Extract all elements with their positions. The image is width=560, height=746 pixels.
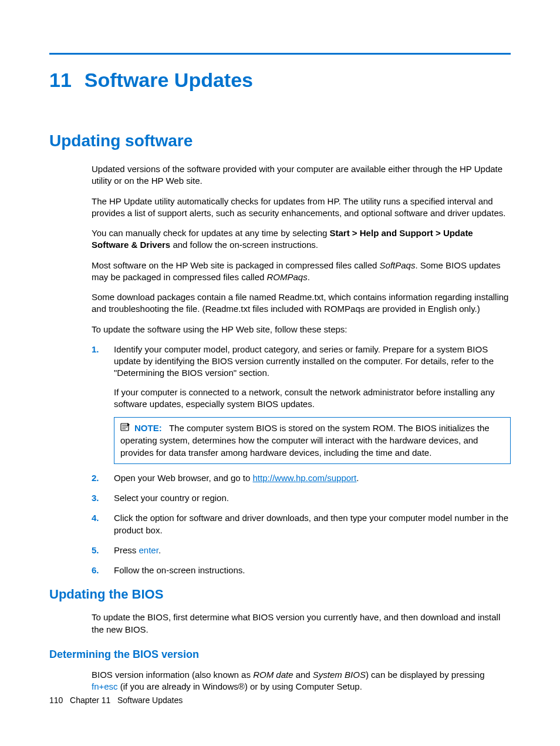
text: Most software on the HP Web site is pack… <box>92 260 380 270</box>
text: . <box>308 272 310 282</box>
chapter-title: 11Software Updates <box>49 69 511 92</box>
step-number: 2. <box>92 472 99 484</box>
page-number: 110 <box>49 695 63 705</box>
step-2: 2. Open your Web browser, and go to http… <box>92 472 511 484</box>
page-footer: 110 Chapter 11 Software Updates <box>49 695 183 705</box>
step-5: 5. Press enter. <box>92 545 511 556</box>
support-link[interactable]: http://www.hp.com/support <box>253 473 357 483</box>
note-text: The computer system BIOS is stored on th… <box>120 423 490 458</box>
paragraph: BIOS version information (also known as … <box>92 669 511 693</box>
term-rom-date: ROM date <box>253 670 293 680</box>
step-text: Follow the on-screen instructions. <box>114 565 245 575</box>
step-3: 3. Select your country or region. <box>92 492 511 504</box>
note-label: NOTE: <box>134 423 162 433</box>
step-text: Open your Web browser, and go to <box>114 473 253 483</box>
text: (if you are already in Windows®) or by u… <box>118 681 362 691</box>
step-text: If your computer is connected to a netwo… <box>114 387 511 411</box>
paragraph: You can manually check for updates at an… <box>92 227 511 251</box>
step-text: Select your country or region. <box>114 493 229 503</box>
paragraph: The HP Update utility automatically chec… <box>92 196 511 220</box>
paragraph: To update the software using the HP Web … <box>92 324 511 335</box>
text: You can manually check for updates at an… <box>92 228 330 238</box>
step-number: 4. <box>92 512 99 524</box>
step-6: 6. Follow the on-screen instructions. <box>92 564 511 576</box>
step-number: 1. <box>92 344 99 355</box>
step-number: 3. <box>92 492 99 504</box>
steps-list: 1. Identify your computer model, product… <box>49 344 511 577</box>
section-heading-determining-bios-version: Determining the BIOS version <box>49 648 511 661</box>
step-text: Click the option for software and driver… <box>114 513 508 535</box>
section-heading-updating-software: Updating software <box>49 132 511 150</box>
paragraph: Some download packages contain a file na… <box>92 291 511 315</box>
paragraph: Most software on the HP Web site is pack… <box>92 260 511 284</box>
step-text: . <box>356 473 359 483</box>
text: and follow the on-screen instructions. <box>170 240 318 250</box>
step-4: 4. Click the option for software and dri… <box>92 512 511 536</box>
note-box: NOTE: The computer system BIOS is stored… <box>114 417 511 464</box>
section-body: Updated versions of the software provide… <box>49 163 511 335</box>
term-system-bios: System BIOS <box>313 670 366 680</box>
paragraph: Updated versions of the software provide… <box>92 163 511 187</box>
section-body: To update the BIOS, first determine what… <box>49 611 511 636</box>
text: BIOS version information (also known as <box>92 670 253 680</box>
chapter-name: Software Updates <box>85 69 253 91</box>
step-text: Identify your computer model, product ca… <box>114 344 511 379</box>
note-icon <box>120 422 131 435</box>
footer-chapter-title: Software Updates <box>117 695 183 705</box>
step-number: 6. <box>92 564 99 576</box>
step-number: 5. <box>92 545 99 556</box>
chapter-number: 11 <box>49 69 72 92</box>
key-fn-esc: fn+esc <box>92 681 118 691</box>
key-enter: enter <box>139 545 158 555</box>
note-text <box>164 423 169 433</box>
paragraph: To update the BIOS, first determine what… <box>92 611 511 636</box>
term-rompaqs: ROMPaqs <box>267 272 308 282</box>
text: and <box>293 670 312 680</box>
text: ) can be displayed by pressing <box>366 670 485 680</box>
section-body: BIOS version information (also known as … <box>49 669 511 693</box>
top-rule <box>49 53 511 55</box>
step-text: Press <box>114 545 139 555</box>
section-heading-updating-bios: Updating the BIOS <box>49 587 511 602</box>
term-softpaqs: SoftPaqs <box>380 260 416 270</box>
step-1: 1. Identify your computer model, product… <box>92 344 511 464</box>
step-text: . <box>158 545 161 555</box>
footer-chapter-label: Chapter 11 <box>70 695 110 705</box>
